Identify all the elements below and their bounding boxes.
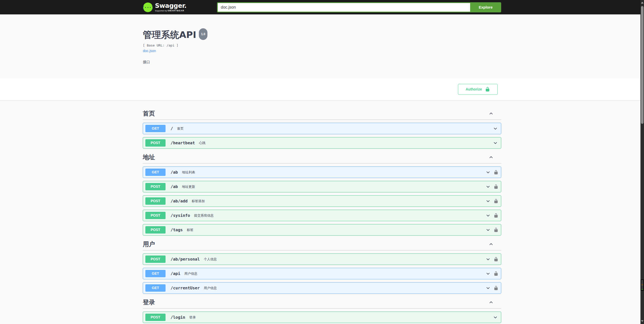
operations-group: POST/ab/personal个人信息GET/api用户信息GET/curre… [143, 253, 501, 294]
chevron-down-icon[interactable] [486, 286, 491, 291]
logo-tagline: Supported by SMARTBEAR [155, 9, 186, 12]
operation-path: /sysinfo [171, 213, 190, 218]
operation-summary: 地址更新 [182, 184, 195, 189]
scrollbar-down-arrow-icon[interactable] [641, 320, 643, 322]
operations-group: POST/login登录POST/login-status登录状态 [143, 312, 501, 324]
operation-row[interactable]: POST/sysinfo提交系统信息 [143, 210, 501, 221]
operation-summary: 地址列表 [182, 170, 195, 175]
lock-icon[interactable] [494, 286, 498, 291]
lock-icon[interactable] [494, 227, 498, 233]
chevron-down-icon[interactable] [486, 170, 491, 175]
method-badge: POST [145, 183, 166, 190]
lock-icon[interactable] [494, 184, 498, 189]
chevron-down-icon[interactable] [486, 271, 491, 276]
scroll-annotation-dash [641, 281, 643, 281]
api-description: 接口 [143, 60, 501, 64]
explore-button[interactable]: Explore [470, 2, 501, 12]
chevron-up-icon[interactable] [489, 242, 494, 247]
operation-path: /ab/personal [171, 257, 200, 262]
tag-section-header[interactable]: 登录 [143, 299, 501, 309]
operation-row[interactable]: POST/ab/add标签添加 [143, 195, 501, 207]
operation-path: /ab/add [171, 199, 187, 203]
method-badge: POST [145, 256, 166, 263]
operation-path: /ab [171, 170, 178, 175]
tag-section-header[interactable]: 用户 [143, 241, 501, 250]
operation-row[interactable]: GET/currentUser用户信息 [143, 282, 501, 294]
method-badge: POST [145, 212, 166, 219]
method-badge: GET [145, 125, 166, 132]
operation-row[interactable]: GET/api用户信息 [143, 268, 501, 279]
operation-row[interactable]: POST/tags标签 [143, 224, 501, 236]
chevron-down-icon[interactable] [486, 213, 491, 218]
scroll-annotation-dash [641, 283, 643, 284]
operation-row[interactable]: POST/heartbeat心跳 [143, 137, 501, 149]
operation-path: /tags [171, 227, 183, 232]
operation-path: / [171, 126, 173, 131]
tag-section-header[interactable]: 地址 [143, 154, 501, 164]
chevron-down-icon[interactable] [486, 184, 491, 189]
operation-summary: 标签 [187, 228, 193, 232]
chevron-up-icon[interactable] [489, 300, 494, 305]
chevron-up-icon[interactable] [489, 111, 494, 116]
chevron-down-icon[interactable] [486, 227, 491, 233]
lock-icon[interactable] [494, 257, 498, 262]
topbar: {···} Swagger. Supported by SMARTBEAR Ex… [0, 0, 644, 14]
scrollbar-up-arrow-icon[interactable] [641, 2, 643, 4]
operation-summary: 登录 [189, 315, 196, 320]
chevron-down-icon[interactable] [486, 257, 491, 262]
operation-row[interactable]: GET/首页 [143, 123, 501, 134]
info-section: 管理系统API1.0 [ Base URL: /api ] doc.json 接… [0, 14, 644, 78]
chevron-down-icon[interactable] [486, 199, 491, 204]
scrollbar[interactable] [640, 0, 644, 324]
api-tag-section: 地址GET/ab地址列表POST/ab地址更新POST/ab/add标签添加PO… [143, 154, 501, 236]
method-badge: GET [145, 169, 166, 176]
svg-text:{···}: {···} [143, 5, 153, 10]
scroll-annotation-dash [641, 288, 643, 288]
method-badge: POST [145, 197, 166, 205]
tag-title: 登录 [143, 299, 155, 306]
swagger-logo[interactable]: {···} Swagger. Supported by SMARTBEAR [143, 2, 186, 12]
chevron-down-icon[interactable] [493, 315, 498, 320]
lock-icon[interactable] [494, 213, 498, 218]
operation-summary: 首页 [177, 126, 184, 131]
method-badge: POST [145, 226, 166, 234]
swagger-logo-icon: {···} [143, 2, 153, 12]
scroll-annotations [640, 280, 644, 291]
unlock-icon [485, 87, 490, 92]
tag-section-header[interactable]: 首页 [143, 110, 501, 120]
lock-icon[interactable] [494, 199, 498, 204]
scroll-annotation-dash [641, 289, 643, 290]
scroll-annotation-dash [641, 282, 643, 282]
authorize-label: Authorize [466, 87, 482, 91]
scrollbar-thumb[interactable] [641, 6, 643, 124]
operations-list: 首页GET/首页POST/heartbeat心跳地址GET/ab地址列表POST… [143, 110, 501, 324]
scheme-container: Authorize [0, 78, 644, 100]
scroll-annotation-dash [641, 287, 643, 287]
api-tag-section: 登录POST/login登录POST/login-status登录状态 [143, 299, 501, 324]
operation-path: /currentUser [171, 286, 200, 290]
operation-row[interactable]: POST/ab/personal个人信息 [143, 253, 501, 265]
lock-icon[interactable] [494, 271, 498, 276]
logo-title: Swagger. [155, 3, 186, 9]
operation-summary: 用户信息 [204, 286, 217, 290]
operation-summary: 心跳 [199, 141, 205, 145]
lock-icon[interactable] [494, 170, 498, 175]
chevron-up-icon[interactable] [489, 155, 494, 160]
base-url: [ Base URL: /api ] [143, 43, 501, 47]
spec-link[interactable]: doc.json [143, 49, 156, 53]
operations-group: GET/首页POST/heartbeat心跳 [143, 123, 501, 149]
operation-summary: 个人信息 [204, 257, 217, 262]
spec-url-form: Explore [217, 2, 501, 12]
operation-summary: 标签添加 [192, 199, 205, 203]
spec-url-input[interactable] [217, 2, 470, 12]
method-badge: POST [145, 139, 166, 147]
operation-row[interactable]: GET/ab地址列表 [143, 167, 501, 178]
authorize-button[interactable]: Authorize [458, 84, 498, 95]
version-badge: 1.0 [199, 28, 208, 40]
chevron-down-icon[interactable] [493, 141, 498, 146]
chevron-down-icon[interactable] [493, 126, 498, 131]
operation-row[interactable]: POST/login登录 [143, 312, 501, 323]
method-badge: POST [145, 314, 166, 321]
operation-path: /login [171, 315, 185, 320]
operation-row[interactable]: POST/ab地址更新 [143, 181, 501, 192]
